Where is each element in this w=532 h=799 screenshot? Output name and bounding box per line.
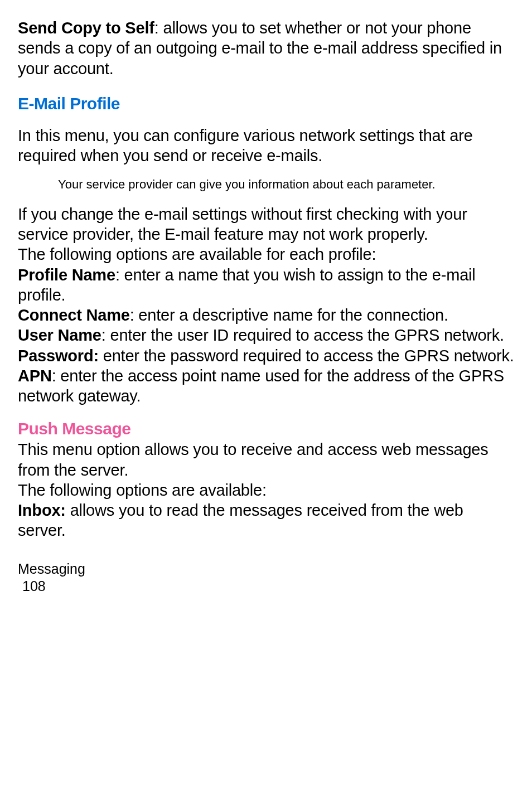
label-inbox: Inbox: [18,501,66,519]
paragraph-send-copy: Send Copy to Self: allows you to set whe… [18,18,514,79]
paragraph-apn: APN: enter the access point name used fo… [18,366,514,406]
label-profile-name: Profile Name [18,266,115,284]
text-password: enter the password required to access th… [99,347,514,365]
paragraph-options-intro: The following options are available for … [18,244,514,264]
paragraph-push-options: The following options are available: [18,480,514,500]
label-connect-name: Connect Name [18,306,130,324]
text-user-name: : enter the user ID required to access t… [101,326,504,344]
paragraph-push-intro: This menu option allows you to receive a… [18,439,514,480]
text-apn: : enter the access point name used for t… [18,367,504,405]
paragraph-user-name: User Name: enter the user ID required to… [18,325,514,345]
text-connect-name: : enter a descriptive name for the conne… [130,306,448,324]
paragraph-intro: In this menu, you can configure various … [18,125,514,166]
footer-page-number: 108 [18,578,514,595]
heading-push-message: Push Message [18,419,514,438]
paragraph-connect-name: Connect Name: enter a descriptive name f… [18,305,514,325]
paragraph-profile-name: Profile Name: enter a name that you wish… [18,265,514,306]
paragraph-warning: If you change the e-mail settings withou… [18,204,514,245]
footer-section: Messaging [18,560,514,578]
paragraph-password: Password: enter the password required to… [18,346,514,366]
label-user-name: User Name [18,326,101,344]
paragraph-inbox: Inbox: allows you to read the messages r… [18,500,514,541]
heading-email-profile: E-Mail Profile [18,94,514,113]
page-content: Send Copy to Self: allows you to set whe… [18,18,514,595]
label-send-copy: Send Copy to Self [18,19,154,37]
page-footer: Messaging 108 [18,560,514,595]
text-inbox: allows you to read the messages received… [18,501,463,539]
label-password: Password: [18,347,99,365]
label-apn: APN [18,367,52,385]
note-service-provider: Your service provider can give you infor… [18,177,514,193]
